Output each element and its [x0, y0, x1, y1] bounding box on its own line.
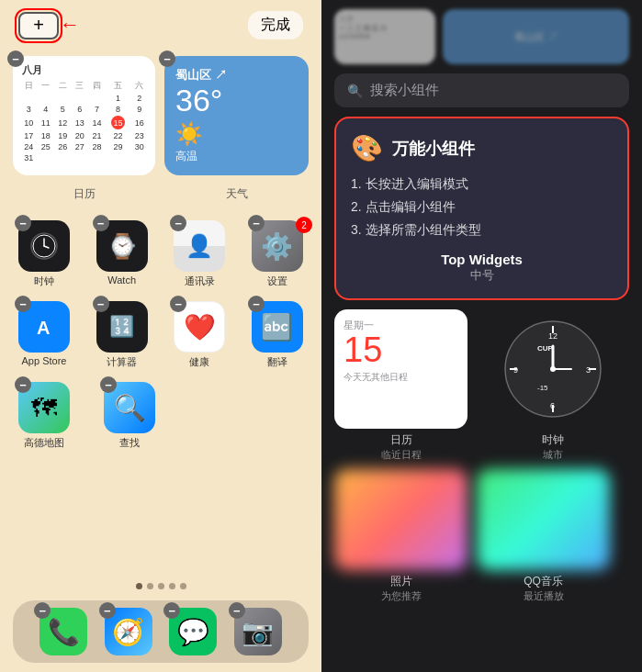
weather-condition: 高温 — [175, 149, 298, 164]
settings-label: 设置 — [267, 274, 287, 288]
widget-thumbnails-row: 星期一 15 今天无其他日程 日历 临近日程 12 — [321, 309, 642, 462]
photos-label-item: 照片 为您推荐 — [334, 574, 467, 603]
clock-thumb-wrap: 12 3 6 9 CUP -15 — [477, 309, 629, 462]
calendar-thumb-sub: 临近日程 — [334, 448, 467, 462]
remove-safari-badge[interactable]: − — [99, 602, 116, 619]
app-translate[interactable]: − 🔤 翻译 — [246, 301, 309, 369]
page-dot-3 — [158, 583, 164, 589]
remove-watch-badge[interactable]: − — [93, 215, 109, 231]
cal-th-wed: 三 — [72, 79, 89, 93]
preview-calendar: 八月 一 二 三 四 五 六 1 2 3 4 5 6 — [334, 9, 435, 64]
svg-text:A: A — [37, 318, 50, 338]
clock-thumbnail[interactable]: 12 3 6 9 CUP -15 — [477, 309, 629, 429]
settings-notification-badge: 2 — [296, 217, 312, 233]
app-health[interactable]: − ❤️ 健康 — [168, 301, 231, 369]
remove-calc-badge[interactable]: − — [93, 296, 109, 312]
app-contacts[interactable]: − 👤 通讯录 — [168, 220, 231, 288]
step-2: 2. 点击编辑小组件 — [351, 196, 613, 218]
done-button[interactable]: 完成 — [248, 11, 303, 39]
apps-row-2: − A App Store − 🔢 计算器 − ❤️ 健康 − 🔤 翻译 — [13, 301, 309, 369]
remove-weather-badge[interactable]: − — [159, 50, 175, 67]
weather-location: 蜀山区 ↗ — [175, 67, 298, 84]
qq-music-sub: 最近播放 — [477, 589, 610, 603]
app-clock[interactable]: − 时钟 — [13, 220, 75, 288]
dock-safari[interactable]: − 🧭 — [97, 608, 160, 655]
featured-emoji-icon: 🎨 — [351, 133, 383, 163]
health-label: 健康 — [189, 355, 209, 369]
clock-thumb-label: 时钟 — [477, 432, 629, 448]
app-find[interactable]: − 🔍 查找 — [98, 382, 161, 450]
weather-widget-label: 天气 — [164, 186, 309, 202]
bottom-labels: 照片 为您推荐 QQ音乐 最近播放 — [321, 574, 642, 603]
page-dot-2 — [147, 583, 153, 589]
apps-row-3: − 🗺 高德地图 − 🔍 查找 — [13, 382, 309, 450]
app-watch[interactable]: − ⌚ Watch — [91, 220, 153, 288]
calendar-today: 15 — [111, 116, 125, 129]
cal-th-tue: 二 — [54, 79, 72, 93]
featured-brand-name: Top Widgets — [351, 252, 613, 267]
page-dot-4 — [169, 583, 175, 589]
featured-widget-card[interactable]: 🎨 万能小组件 1. 长按进入编辑模式 2. 点击编辑小组件 3. 选择所需小组… — [334, 117, 629, 300]
appstore-label: App Store — [22, 355, 67, 366]
clock-thumb-sub: 城市 — [477, 448, 629, 462]
weather-temperature: 36° — [175, 84, 298, 118]
svg-text:-15: -15 — [537, 384, 548, 392]
bottom-thumb-row — [321, 469, 642, 570]
calculator-label: 计算器 — [107, 355, 137, 369]
photos-sub: 为您推荐 — [334, 589, 467, 603]
add-widget-button[interactable]: + — [18, 12, 59, 39]
calendar-thumb-wrap: 星期一 15 今天无其他日程 日历 临近日程 — [334, 309, 467, 462]
app-calculator[interactable]: − 🔢 计算器 — [91, 301, 153, 369]
remove-calendar-badge[interactable]: − — [7, 50, 24, 67]
cal-th-sun: 日 — [20, 79, 38, 93]
watch-label: Watch — [107, 274, 136, 286]
left-panel: + ← 完成 − 八月 日 一 二 三 四 五 — [0, 0, 321, 672]
calendar-widget[interactable]: − 八月 日 一 二 三 四 五 六 — [13, 56, 155, 175]
dock: − 📞 − 🧭 − 💬 − 📷 — [13, 600, 309, 663]
top-bar: + ← 完成 — [0, 0, 321, 50]
translate-label: 翻译 — [267, 355, 287, 369]
calendar-thumbnail[interactable]: 星期一 15 今天无其他日程 — [334, 309, 467, 429]
app-settings[interactable]: − ⚙️ 2 设置 — [246, 220, 309, 288]
page-dot-5 — [180, 583, 186, 589]
svg-text:CUP: CUP — [537, 344, 554, 353]
qq-music-label: QQ音乐 — [477, 574, 610, 589]
cal-th-thu: 四 — [88, 79, 106, 93]
weather-sun-icon: ☀️ — [175, 121, 298, 147]
apps-section: − 时钟 − ⌚ Watch − 👤 通讯录 − ⚙️ — [0, 215, 321, 468]
cal-th-mon: 一 — [38, 79, 55, 93]
app-appstore[interactable]: − A App Store — [13, 301, 75, 369]
clock-label: 时钟 — [34, 274, 54, 288]
calendar-grid: 日 一 二 三 四 五 六 12 3456789 10111213141516 — [20, 79, 148, 163]
thumb-cal-note: 今天无其他日程 — [344, 371, 458, 384]
step-1: 1. 长按进入编辑模式 — [351, 173, 613, 196]
preview-weather: 蜀山区 ↗ — [443, 9, 629, 64]
dock-wechat[interactable]: − 💬 — [162, 608, 224, 655]
arrow-icon: ← — [60, 13, 80, 37]
svg-text:6: 6 — [550, 401, 555, 410]
contacts-label: 通讯录 — [185, 274, 215, 288]
search-placeholder-text: 搜索小组件 — [370, 82, 439, 99]
qq-music-label-item: QQ音乐 最近播放 — [477, 574, 610, 603]
widget-search-bar[interactable]: 🔍 搜索小组件 — [334, 73, 629, 107]
find-label: 查找 — [119, 436, 140, 450]
right-top-preview: 八月 一 二 三 四 五 六 1 2 3 4 5 6 蜀山区 ↗ — [321, 0, 642, 70]
featured-title-row: 🎨 万能小组件 — [351, 133, 613, 163]
featured-widget-title: 万能小组件 — [392, 138, 475, 160]
calendar-widget-label: 日历 — [13, 186, 155, 202]
widgets-row: − 八月 日 一 二 三 四 五 六 — [0, 50, 321, 181]
app-maps[interactable]: − 🗺 高德地图 — [13, 382, 75, 450]
svg-point-18 — [550, 366, 556, 372]
dock-phone[interactable]: − 📞 — [32, 608, 95, 655]
step-3: 3. 选择所需小组件类型 — [351, 218, 613, 241]
dock-camera[interactable]: − 📷 — [227, 608, 289, 655]
photos-label: 照片 — [334, 574, 467, 589]
remove-camera-badge[interactable]: − — [229, 602, 245, 619]
qq-music-thumbnail-blurred — [477, 469, 610, 570]
page-dot-1 — [136, 583, 142, 589]
featured-widget-size: 中号 — [351, 267, 613, 284]
weather-widget[interactable]: − 蜀山区 ↗ 36° ☀️ 高温 — [164, 56, 309, 175]
apps-row-1: − 时钟 − ⌚ Watch − 👤 通讯录 − ⚙️ — [13, 220, 309, 288]
cal-th-sat: 六 — [130, 79, 148, 93]
thumb-date-number: 15 — [344, 332, 458, 367]
